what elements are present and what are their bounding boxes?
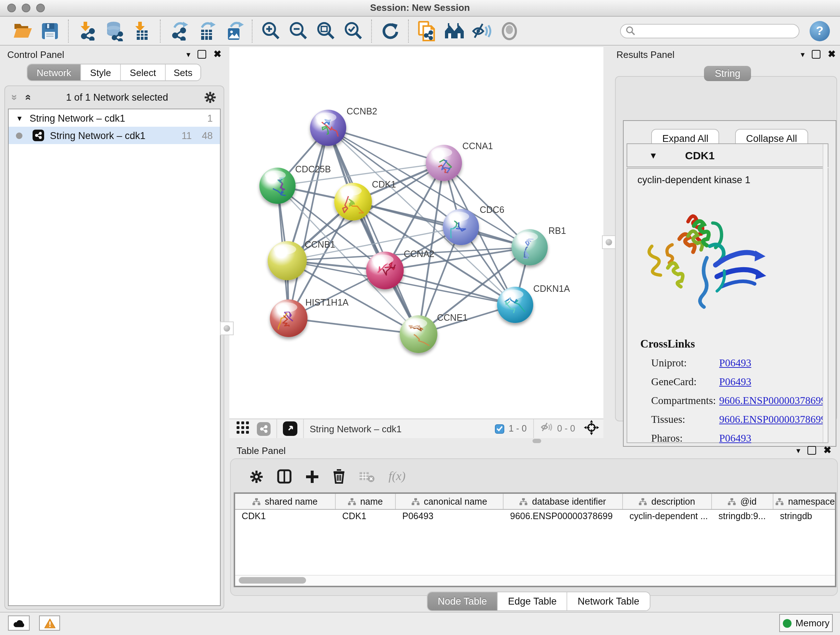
column-header-description[interactable]: description [623,494,712,509]
network-node-ccna2[interactable] [366,252,404,289]
network-node-cdk1[interactable] [334,183,372,220]
export-table-icon[interactable] [193,19,219,43]
help-icon[interactable]: ? [810,21,830,41]
save-session-icon[interactable] [37,19,63,43]
network-row-selected[interactable]: String Network – cdk1 11 48 [9,127,220,144]
crosslink-link[interactable]: P06493 [719,376,752,388]
column-label: database identifier [532,496,606,507]
export-network-icon[interactable] [166,19,192,43]
table-cell: stringdb:9... [712,510,774,524]
import-network-icon[interactable] [74,19,100,43]
minimize-window-button[interactable] [22,4,30,12]
network-node-cdkn1a[interactable] [497,287,533,323]
cloud-status-button[interactable] [8,616,30,631]
show-columns-icon[interactable] [277,469,292,484]
search-box[interactable] [620,24,799,38]
window-title: Session: New Session [0,0,840,15]
close-panel-icon[interactable]: ✖ [213,51,221,58]
network-collection-row[interactable]: ▼ String Network – cdk1 1 [9,109,220,127]
tab-style[interactable]: Style [80,65,120,80]
zoom-fit-icon[interactable] [313,19,339,43]
network-node-cdc25b[interactable] [259,168,295,204]
expand-all-networks-icon[interactable]: » [21,94,33,100]
zoom-selected-icon[interactable] [340,19,366,43]
hide-unhide-eye-icon[interactable] [469,19,495,43]
zoom-out-icon[interactable] [285,19,311,43]
network-view-title: String Network – cdk1 [309,423,401,434]
tab-node-table[interactable]: Node Table [428,592,497,610]
tab-network-table[interactable]: Network Table [567,592,650,610]
close-window-button[interactable] [7,4,16,12]
crosslink-link[interactable]: P06493 [719,357,752,369]
network-edge[interactable] [289,318,418,334]
collapse-all-networks-icon[interactable]: » [9,94,21,100]
maximize-panel-icon[interactable] [197,50,206,59]
table-horizontal-scrollbar[interactable] [235,575,835,586]
float-panel-icon[interactable]: ▾ [801,50,805,59]
node-label-cdkn1a: CDKN1A [533,283,570,294]
column-header-name[interactable]: name [336,494,396,509]
copy-style-pages-icon[interactable] [414,19,440,43]
network-edge[interactable] [289,128,328,318]
zoom-in-icon[interactable] [257,19,284,43]
gene-section-header[interactable]: ▼ CDK1 [627,143,829,167]
close-panel-icon[interactable]: ✖ [823,447,831,454]
column-header--id[interactable]: @id [712,494,774,509]
tab-sets[interactable]: Sets [165,65,201,80]
open-session-icon[interactable] [9,19,35,43]
network-node-hist1h1a[interactable] [270,299,308,337]
column-header-database-identifier[interactable]: database identifier [504,494,623,509]
column-header-namespace[interactable]: namespace [774,494,836,509]
tab-edge-table[interactable]: Edge Table [497,592,567,610]
collection-expand-arrow-icon[interactable]: ▼ [16,114,23,122]
import-table-icon[interactable] [129,19,155,43]
network-node-ccna1[interactable] [426,145,462,181]
selected-checkbox-icon[interactable] [495,424,504,433]
warning-status-button[interactable] [39,616,60,631]
fit-content-crosshair-icon[interactable] [584,420,599,438]
node-label-ccna2: CCNA2 [404,249,434,259]
scrollbar-thumb[interactable] [239,577,306,584]
crosslink-link[interactable]: 9606.ENSP00000378699 [719,394,826,407]
maximize-window-button[interactable] [36,4,45,12]
memory-button[interactable]: Memory [779,614,833,632]
network-node-rb1[interactable] [512,229,548,265]
column-header-canonical-name[interactable]: canonical name [396,494,504,509]
refresh-layout-icon[interactable] [377,19,403,43]
column-header-shared-name[interactable]: shared name [235,494,336,509]
crosslink-link[interactable]: 9606.ENSP00000378699 [719,413,826,426]
close-panel-icon[interactable]: ✖ [828,51,836,58]
network-name: String Network – cdk1 [50,130,145,141]
network-node-ccnb1[interactable] [268,241,307,280]
float-panel-icon[interactable]: ▾ [186,50,190,59]
table-options-gear-icon[interactable] [249,470,264,483]
delete-column-icon[interactable] [333,469,345,484]
network-node-cdc6[interactable] [443,209,479,245]
network-node-ccne1[interactable] [400,315,437,353]
results-scrollbar[interactable] [823,144,828,442]
maximize-panel-icon[interactable] [812,50,821,59]
export-image-icon[interactable] [221,19,247,43]
network-canvas[interactable]: CCNB2CCNA1CDC25BCDK1CDC6RB1CCNB1CCNA2CDK… [229,47,603,418]
import-network-from-database-icon[interactable] [101,19,127,43]
left-splitter-handle[interactable] [220,321,234,335]
tab-network[interactable]: Network [27,65,80,80]
view-toolbar-separator [303,419,304,438]
show-home-icon[interactable] [441,19,467,43]
maximize-panel-icon[interactable] [807,446,816,455]
network-edge[interactable] [328,128,444,163]
grid-view-icon[interactable] [237,421,249,436]
crosslink-link[interactable]: P06493 [719,432,752,445]
search-input[interactable] [639,25,794,36]
add-column-icon[interactable] [305,470,319,483]
network-node-ccnb2[interactable] [310,110,346,146]
network-view-icon[interactable] [257,422,271,435]
network-options-gear-icon[interactable] [204,91,216,103]
float-panel-icon[interactable]: ▾ [796,446,800,455]
collapse-section-arrow-icon[interactable]: ▼ [649,150,658,160]
table-row[interactable]: CDK1CDK1P064939606.ENSP00000378699cyclin… [235,510,835,524]
horizontal-splitter-handle[interactable] [532,439,541,443]
tab-select[interactable]: Select [120,65,165,80]
tab-string[interactable]: String [704,66,752,81]
birds-eye-view-icon[interactable] [283,421,297,436]
